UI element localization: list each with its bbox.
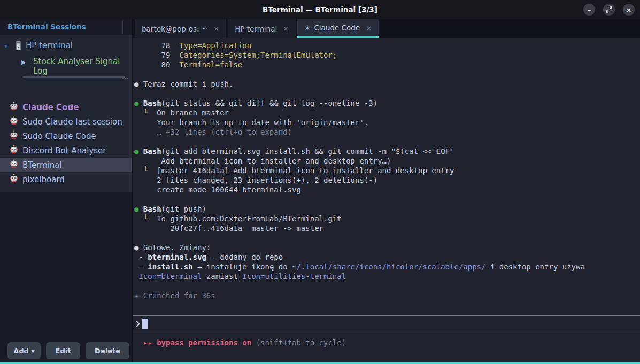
close-button[interactable]: × [623, 4, 635, 16]
tab-bartek-pop-os-[interactable]: bartek@pop-os: ~ × [135, 19, 226, 38]
tree-item-hp-terminal[interactable]: ▾ HP terminal [0, 38, 132, 53]
robot-icon [10, 159, 18, 171]
terminal-line [134, 281, 640, 291]
session-label: pixelboard [22, 175, 65, 184]
sessions-sidebar: BTerminal Sessions ▾ HP terminal [0, 19, 133, 362]
terminal-line: 2 files changed, 23 insertions(+), 2 del… [134, 175, 640, 185]
maximize-icon [606, 6, 612, 13]
sidebar-buttons: Add ▾ Edit Delete [7, 342, 129, 359]
session-label: Discord Bot Analyser [22, 146, 106, 156]
tree-more-dots: … [122, 73, 129, 80]
terminal-line: └ To github.com:DexterFromLab/BTerminal.… [134, 214, 640, 223]
edit-button[interactable]: Edit [46, 342, 80, 359]
tab-bar: bartek@pop-os: ~ × HP terminal × ✳ Claud… [133, 19, 640, 38]
tree-item-label: Stock Analyser Signal Log [33, 57, 132, 76]
permissions-status-line: ▸▸ bypass permissions on (shift+tab to c… [133, 332, 640, 347]
session-item-sudo-claude-last-session[interactable]: Sudo Claude last session [0, 114, 132, 129]
terminal-line: ● Teraz commit i push. [134, 79, 640, 89]
terminal-line [134, 69, 640, 79]
terminal-line: create mode 100644 bterminal.svg [134, 185, 640, 195]
tab-claude-code[interactable]: ✳ Claude Code × [297, 19, 379, 38]
terminal-line: … +32 lines (ctrl+o to expand) [134, 127, 640, 137]
tree-divider [23, 76, 125, 78]
terminal-view[interactable]: 78 Type=Application 79 Categories=System… [133, 38, 640, 362]
tree-item-label: HP terminal [26, 41, 73, 50]
minimize-button[interactable]: – [583, 4, 595, 16]
terminal-line [134, 137, 640, 146]
play-arrow-icon[interactable]: ▶ [21, 59, 26, 66]
terminal-line: ● Bash(git push) [134, 204, 640, 214]
sessions-tree: ▾ HP terminal ▶ Stock Analyser Signal Lo… [0, 35, 132, 192]
session-item-bterminal[interactable]: BTerminal [0, 158, 132, 172]
window-title: BTerminal — BTerminal [3/3] [0, 0, 640, 19]
terminal-line: └ On branch master [134, 108, 640, 118]
robot-icon [10, 116, 18, 127]
terminal-line: 79 Categories=System;TerminalEmulator; [134, 50, 640, 60]
tree-item-stock-analyser-log[interactable]: ▶ Stock Analyser Signal Log [0, 55, 132, 69]
terminal-line: 80 Terminal=false [134, 60, 640, 69]
terminal-line [134, 89, 640, 98]
collapse-arrow-icon[interactable]: ▾ [4, 42, 7, 50]
sidebar-header[interactable]: BTerminal Sessions [0, 19, 132, 35]
bterminal-window: BTerminal — BTerminal [3/3] – × BTermina… [0, 0, 640, 364]
terminal-line: ● Bash(git add bterminal.svg install.sh … [134, 146, 640, 156]
robot-icon [10, 102, 18, 113]
session-label: Claude Code [22, 103, 79, 112]
minimize-icon: – [588, 6, 591, 14]
header-divider [122, 20, 123, 34]
robot-icon [10, 145, 18, 156]
terminal-line: ● Gotowe. Zmiany: [134, 243, 640, 252]
maximize-button[interactable] [603, 4, 615, 16]
session-label: Sudo Claude Code [22, 131, 96, 141]
terminal-line: ● Bash(git status && git diff && git log… [134, 98, 640, 108]
terminal-line: - install.sh — instaluje ikonę do ~/.loc… [134, 262, 640, 272]
terminal-line [134, 195, 640, 204]
terminal-line: - bterminal.svg — dodany do repo [134, 252, 640, 262]
session-item-discord-bot-analyser[interactable]: Discord Bot Analyser [0, 143, 132, 158]
session-item-sudo-claude-code[interactable]: Sudo Claude Code [0, 129, 132, 143]
tab-close-icon[interactable]: × [283, 25, 289, 33]
terminal-line: Your branch is up to date with 'origin/m… [134, 118, 640, 127]
titlebar[interactable]: BTerminal — BTerminal [3/3] – × [0, 0, 640, 19]
window-controls: – × [583, 4, 635, 16]
session-item-pixelboard[interactable]: pixelboard [0, 172, 132, 187]
prompt-chevron-icon [134, 321, 140, 327]
tab-label: HP terminal [235, 25, 277, 33]
computer-tower-icon [15, 41, 22, 53]
close-icon: × [626, 6, 632, 14]
add-button[interactable]: Add ▾ [7, 342, 41, 359]
tab-hp-terminal[interactable]: HP terminal × [228, 19, 296, 38]
sidebar-title: BTerminal Sessions [7, 22, 86, 31]
delete-button[interactable]: Delete [86, 342, 129, 359]
session-item-claude-code[interactable]: Claude Code [0, 100, 132, 114]
session-label: Sudo Claude last session [22, 117, 122, 127]
terminal-input[interactable] [133, 315, 640, 332]
spinner-icon: ✳ [304, 24, 310, 32]
terminal-output: 78 Type=Application 79 Categories=System… [133, 38, 640, 300]
terminal-line: Icon=bterminal zamiast Icon=utilities-te… [134, 272, 640, 281]
session-label: BTerminal [22, 160, 62, 170]
content-area: bartek@pop-os: ~ × HP terminal × ✳ Claud… [133, 19, 640, 362]
terminal-line: Add bterminal icon to installer and desk… [134, 156, 640, 166]
terminal-line: └ [master 416da1a] Add bterminal icon to… [134, 166, 640, 175]
tab-close-icon[interactable]: × [366, 24, 372, 32]
robot-icon [10, 130, 18, 142]
tab-label: Claude Code [314, 24, 360, 32]
terminal-line: 78 Type=Application [134, 41, 640, 50]
main-area: BTerminal Sessions ▾ HP terminal [0, 19, 640, 362]
terminal-line: ✳ Crunched for 36s [134, 291, 640, 300]
tab-close-icon[interactable]: × [213, 25, 219, 33]
terminal-line: 20fc27f..416da1a master -> master [134, 223, 640, 233]
text-cursor [142, 319, 148, 329]
sessions-list: Claude Code Sudo Claude last session [0, 100, 132, 187]
tab-label: bartek@pop-os: ~ [142, 25, 207, 33]
terminal-line [134, 233, 640, 243]
robot-icon [10, 174, 18, 185]
